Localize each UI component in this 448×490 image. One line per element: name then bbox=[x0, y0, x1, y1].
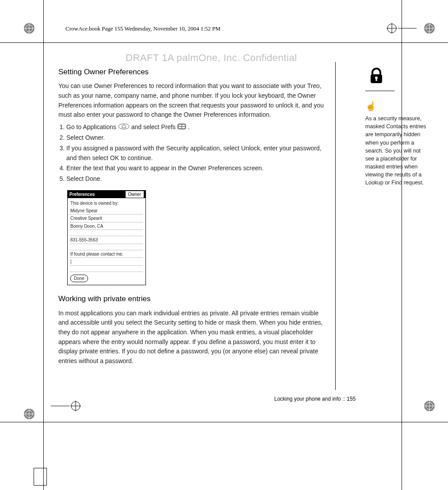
crop-cross-icon bbox=[51, 400, 82, 412]
book-header-tag: CrowAce.book Page 155 Wednesday, Novembe… bbox=[65, 25, 221, 32]
crop-cross-icon bbox=[386, 22, 417, 34]
prefs-body: This device is owned by: Midyne Spear Cr… bbox=[68, 198, 146, 285]
page-rule bbox=[0, 422, 448, 422]
page: CrowAce.book Page 155 Wednesday, Novembe… bbox=[0, 0, 448, 490]
sidebar-rule bbox=[365, 91, 394, 91]
prefs-line: This device is owned by: bbox=[70, 200, 143, 207]
step-text: Go to Applications bbox=[66, 123, 118, 130]
page-footer: Locking your phone and info :: 155 bbox=[274, 396, 356, 402]
lock-icon bbox=[367, 66, 427, 87]
registration-mark-icon bbox=[23, 408, 35, 420]
prefs-line bbox=[70, 230, 143, 236]
page-rule bbox=[43, 0, 44, 490]
placeholder-rect bbox=[34, 468, 47, 486]
draft-watermark: DRAFT 1A palmOne, Inc. Confidential bbox=[126, 52, 297, 64]
svg-rect-28 bbox=[179, 127, 181, 128]
prefs-icon bbox=[177, 123, 186, 133]
home-icon bbox=[118, 123, 130, 133]
prefs-line: | bbox=[70, 258, 143, 266]
section-heading: Setting Owner Preferences bbox=[58, 66, 324, 78]
step-item: Enter the text that you want to appear i… bbox=[66, 164, 324, 173]
step-text: . bbox=[188, 123, 190, 130]
step-item: If you assigned a password with the Secu… bbox=[66, 144, 324, 163]
prefs-line: Midyne Spear bbox=[70, 207, 143, 215]
owner-prefs-screenshot: Preferences Owner This device is owned b… bbox=[67, 190, 146, 286]
svg-rect-27 bbox=[182, 125, 185, 126]
tip-icon: ☝ bbox=[365, 100, 427, 113]
registration-mark-icon bbox=[423, 22, 436, 34]
section-paragraph: You can use Owner Preferences to record … bbox=[58, 81, 324, 120]
registration-mark-icon bbox=[423, 400, 436, 412]
done-button[interactable]: Done bbox=[70, 275, 88, 283]
prefs-category: Owner bbox=[126, 191, 144, 198]
prefs-line: Creative Spearit bbox=[70, 214, 143, 222]
prefs-line: If found please contact me. bbox=[70, 250, 143, 258]
sidebar: ☝ As a security measure, masked Contacts… bbox=[365, 66, 427, 187]
step-item: Select Done. bbox=[66, 174, 324, 184]
steps-list: Go to Applications and select Prefs . Se… bbox=[58, 122, 324, 184]
prefs-line: Bonny Doon, CA bbox=[70, 222, 143, 230]
svg-rect-25 bbox=[178, 124, 186, 129]
prefs-line bbox=[70, 266, 143, 272]
section-heading: Working with private entries bbox=[58, 293, 324, 305]
main-content: Setting Owner Preferences You can use Ow… bbox=[58, 66, 324, 369]
prefs-title-label: Preferences bbox=[69, 191, 95, 198]
section-paragraph: In most applications you can mark indivi… bbox=[58, 309, 324, 366]
step-item: Select Owner. bbox=[66, 133, 324, 143]
svg-rect-29 bbox=[182, 127, 185, 128]
step-item: Go to Applications and select Prefs . bbox=[66, 122, 324, 132]
svg-rect-26 bbox=[179, 125, 181, 126]
prefs-line bbox=[70, 244, 143, 250]
sidebar-divider-line bbox=[335, 62, 336, 390]
sidebar-tip: As a security measure, masked Contacts e… bbox=[365, 115, 427, 187]
svg-rect-32 bbox=[376, 78, 377, 81]
step-text: and select Prefs bbox=[131, 123, 177, 130]
prefs-titlebar: Preferences Owner bbox=[68, 191, 146, 199]
registration-mark-icon bbox=[23, 22, 35, 34]
prefs-line: 831-555-3563 bbox=[70, 236, 143, 244]
page-rule bbox=[0, 42, 448, 43]
